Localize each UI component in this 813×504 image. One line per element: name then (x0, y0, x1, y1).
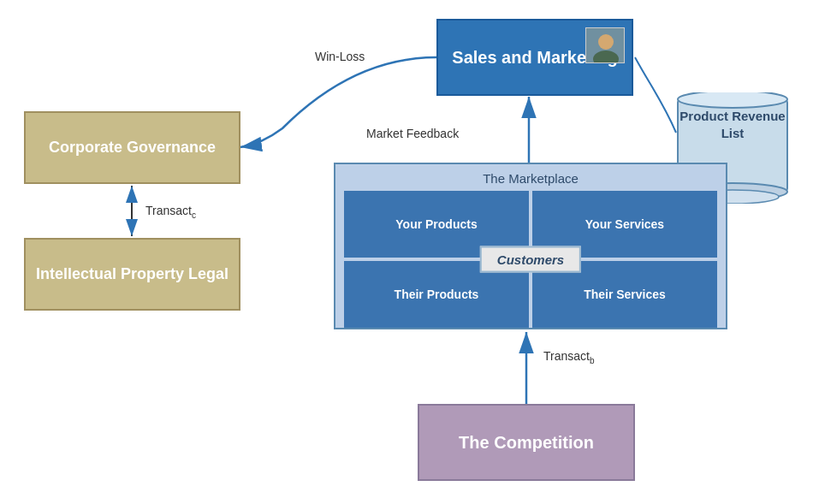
product-revenue-label: Product Revenue List (679, 109, 785, 140)
customers-badge: Customers (480, 246, 581, 273)
marketplace-box: The Marketplace Your Products Your Servi… (334, 163, 727, 329)
ip-legal-label: Intellectual Property Legal (36, 265, 228, 283)
transact-b-label: Transactb (543, 349, 595, 365)
corporate-governance-box: Corporate Governance (24, 111, 240, 184)
ip-legal-box: Intellectual Property Legal (24, 238, 240, 311)
diagram-container: Corporate Governance Intellectual Proper… (0, 0, 813, 504)
transact-c-label: Transactc (145, 204, 196, 220)
marketplace-title: The Marketplace (335, 171, 726, 186)
sales-marketing-box: Sales and Marketing (436, 19, 633, 96)
competition-label: The Competition (459, 433, 594, 453)
competition-box: The Competition (418, 404, 635, 481)
market-feedback-label: Market Feedback (366, 127, 459, 140)
svg-point-4 (598, 34, 614, 50)
corporate-governance-label: Corporate Governance (49, 139, 216, 157)
sm-photo (585, 27, 625, 63)
win-loss-label: Win-Loss (315, 50, 365, 63)
svg-point-7 (678, 92, 787, 108)
marketplace-grid: Your Products Your Services Their Produc… (344, 191, 717, 328)
